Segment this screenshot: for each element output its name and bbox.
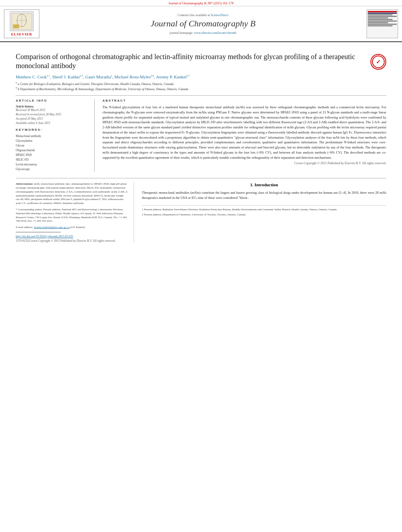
contents-line: Contents lists available at ScienceDirec…: [178, 13, 229, 17]
thumb-line-10: [368, 25, 393, 26]
svg-text:✓: ✓: [376, 59, 381, 65]
sciencedirect-link[interactable]: ScienceDirect: [211, 13, 229, 17]
history-received-date: 30 March 2015: [27, 108, 45, 112]
article-history: Article history: Received 30 March 2015 …: [16, 105, 90, 125]
history-accepted: Accepted 29 May 2015: [16, 117, 90, 120]
homepage-url[interactable]: www.elsevier.com/locate/chromb: [194, 31, 236, 35]
history-accepted-label: Accepted: [16, 117, 26, 120]
thumb-line-1: [368, 11, 397, 12]
doi-line: http://dx.doi.org/10.1016/j.jchromb.2015…: [16, 235, 128, 238]
introduction-column: 1. Introduction Therapeutic monoclonal a…: [142, 182, 386, 243]
keyword-4: Oligosaccharide: [16, 148, 90, 153]
history-received-label: Received: [16, 108, 26, 112]
elsevier-text: ELSEVIER: [11, 32, 32, 36]
journal-title: Journal of Chromatography B: [151, 19, 255, 29]
crossmark-logo[interactable]: ✓: [370, 54, 386, 70]
elsevier-logo-image: [10, 11, 34, 31]
abbreviations-label: Abbreviations:: [16, 182, 34, 185]
abbreviations-text: mAb, monoclonal antibody; IgG, immunoglo…: [16, 182, 128, 205]
thumb-line-9: [368, 24, 397, 25]
header-center: Contents lists available at ScienceDirec…: [43, 9, 363, 38]
thumb-line-2: [368, 13, 397, 14]
thumb-line-6: [368, 19, 393, 20]
history-accepted-date: 29 May 2015: [27, 117, 43, 120]
footnote-1: 1 Present address; Radiation Surveillanc…: [142, 208, 386, 212]
bottom-section: Abbreviations: mAb, monoclonal antibody;…: [16, 178, 386, 243]
intro-number: 1.: [250, 182, 253, 187]
keyword-6: HILIC-FD: [16, 158, 90, 162]
history-received: Received 30 March 2015: [16, 108, 90, 112]
article-title-section: Comparison of orthogonal chromatographic…: [16, 52, 386, 71]
two-column-section: ARTICLE INFO Article history: Received 3…: [16, 95, 386, 172]
intro-heading: 1. Introduction: [142, 182, 386, 187]
thumb-lines: [368, 11, 397, 27]
keyword-2: Glycosylation: [16, 139, 90, 143]
history-label: Article history:: [16, 105, 90, 108]
footnote-2: 2 Present address; Department of Chemist…: [142, 213, 386, 217]
copyright-line: Crown Copyright © 2015 Published by Else…: [102, 161, 386, 165]
doi-link[interactable]: http://dx.doi.org/10.1016/j.jchromb.2015…: [16, 235, 73, 238]
keywords-section: Keywords: Monoclonal antibody Glycosylat…: [16, 128, 90, 172]
history-online-date: 9 June 2015: [36, 121, 50, 125]
article-title: Comparison of orthogonal chromatographic…: [16, 52, 367, 71]
history-revised-label: Received in revised form: [16, 113, 45, 116]
history-online: Available online 9 June 2015: [16, 121, 90, 125]
svg-rect-4: [13, 24, 19, 28]
keyword-8: Glycoscope: [16, 167, 90, 172]
issn-line: 1570-0232/Crown Copyright © 2015 Publish…: [16, 239, 128, 243]
thumb-line-5: [368, 17, 388, 19]
thumb-line-8: [368, 22, 388, 23]
article-info-column: ARTICLE INFO Article history: Received 3…: [16, 99, 95, 172]
history-online-label: Available online: [16, 121, 35, 125]
footnotes-column: Abbreviations: mAb, monoclonal antibody;…: [16, 182, 134, 243]
article-body: Comparison of orthogonal chromatographic…: [0, 42, 402, 247]
journal-bar: Journal of Chromatography B, 997 (2015) …: [0, 0, 402, 6]
journal-header: ELSEVIER Contents lists available at Sci…: [0, 6, 402, 42]
email-link[interactable]: jeremy.kunkel@phac-aspc.gc.ca: [34, 226, 70, 229]
contents-prefix: Contents lists available at: [178, 13, 210, 17]
history-revised: Received in revised form 28 May 2015: [16, 113, 90, 116]
keyword-1: Monoclonal antibody: [16, 134, 90, 139]
thumb-line-4: [368, 16, 397, 17]
affiliation-b: b b Department of Biochemistry, Microbio…: [16, 86, 386, 91]
keywords-heading: Keywords:: [16, 128, 90, 132]
keyword-list: Monoclonal antibody Glycosylation Glycan…: [16, 134, 90, 172]
journal-homepage: journal homepage: www.elsevier.com/locat…: [170, 31, 236, 35]
email-suffix: (J.P. Kunkel).: [71, 226, 86, 229]
keyword-3: Glycan: [16, 143, 90, 148]
authors: Matthew C. Cooka,1, Sherif J. Kaldasa,2,…: [16, 74, 386, 79]
abstract-heading: ABSTRACT: [102, 99, 386, 102]
email-label: E-mail address:: [16, 226, 34, 229]
keyword-7: Lectin microarray: [16, 162, 90, 167]
keyword-5: HPAEC-PAD: [16, 153, 90, 158]
intro-text: Therapeutic monoclonal antibodies (mAbs)…: [142, 190, 386, 200]
abstract-text: The N-linked glycosylation of four lots …: [102, 105, 386, 160]
footnote-divider: [16, 232, 61, 232]
abstract-column: ABSTRACT The N-linked glycosylation of f…: [102, 99, 386, 172]
email-line: E-mail address: jeremy.kunkel@phac-aspc.…: [16, 226, 128, 230]
thumb-line-3: [368, 14, 393, 15]
corresponding-author-text: * Corresponding author. Present address;…: [16, 208, 127, 222]
journal-thumbnail: [367, 9, 398, 38]
thumb-line-7: [368, 20, 397, 22]
elsevier-logo: ELSEVIER: [4, 9, 39, 38]
affiliation-a: a a Centre for Biologics Evaluation, Bio…: [16, 81, 386, 86]
journal-bar-text: Journal of Chromatography B, 997 (2015) …: [168, 2, 233, 5]
abbreviations: Abbreviations: mAb, monoclonal antibody;…: [16, 182, 128, 206]
affiliations: a a Centre for Biologics Evaluation, Bio…: [16, 81, 386, 91]
intro-title: Introduction: [255, 182, 278, 187]
side-footnotes: 1 Present address; Radiation Surveillanc…: [142, 205, 386, 217]
corresponding-author: * Corresponding author. Present address;…: [16, 208, 128, 223]
history-revised-date: 28 May 2015: [46, 113, 61, 116]
homepage-prefix: journal homepage:: [170, 31, 194, 35]
abstract-paragraph: The N-linked glycosylation of four lots …: [102, 105, 386, 160]
intro-paragraph: Therapeutic monoclonal antibodies (mAbs)…: [142, 190, 386, 200]
article-info-heading: ARTICLE INFO: [16, 99, 90, 102]
